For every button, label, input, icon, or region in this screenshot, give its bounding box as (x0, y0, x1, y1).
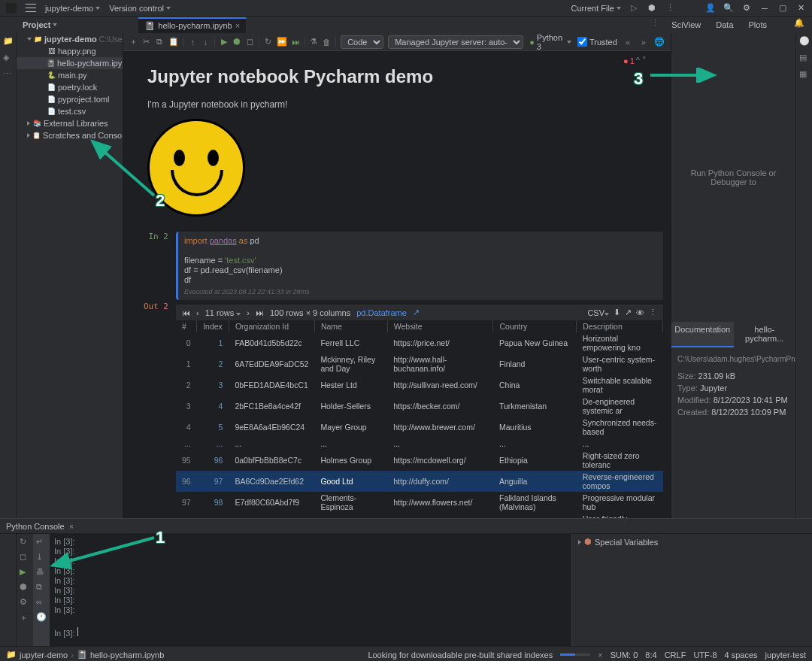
run-all-icon[interactable]: ⏩ (277, 37, 287, 47)
settings-icon[interactable]: ⚙ (741, 3, 752, 14)
tree-root[interactable]: jupyter-demo (44, 35, 97, 44)
df-more-icon[interactable]: ⋮ (649, 308, 657, 317)
tree-file[interactable]: 📄poetry.lock (17, 81, 123, 93)
stop-icon[interactable]: ◻ (245, 37, 253, 47)
trusted-badge[interactable]: Trusted (577, 37, 617, 47)
table-header[interactable]: Index (197, 320, 229, 332)
kernel-badge[interactable]: ●Python 3 (529, 33, 571, 51)
account-icon[interactable]: 👤 (705, 3, 716, 14)
run-config-dropdown[interactable]: Current File (571, 4, 621, 13)
project-tree[interactable]: 📁jupyter-demo C:\Users\ada... 🖼happy.png… (17, 33, 123, 518)
project-dropdown[interactable]: jupyter-demo (45, 4, 100, 13)
print-icon[interactable]: 🖶 (36, 567, 47, 578)
tab-plots[interactable]: Plots (746, 18, 770, 32)
close-tab-icon[interactable]: × (235, 21, 240, 30)
table-header[interactable]: Name (314, 320, 387, 332)
view-icon[interactable]: 👁 (636, 308, 644, 317)
table-row[interactable]: ..................... (176, 438, 663, 450)
tree-file[interactable]: 📄test.csv (17, 105, 123, 117)
table-header[interactable]: Description (577, 320, 663, 332)
scroll-end-icon[interactable]: ⤓ (36, 552, 47, 562)
editor-tab[interactable]: 📓 hello-pycharm.ipynb × (138, 17, 247, 33)
project-toolwindow-label[interactable]: Project (17, 20, 63, 29)
open-external-icon[interactable]: ↗ (625, 308, 632, 317)
table-row[interactable]: 01FAB0d41d5b5d22cFerrell LLChttps://pric… (176, 332, 663, 353)
tree-file[interactable]: 🐍main.py (17, 69, 123, 81)
attach-debugger-icon[interactable]: ⬢ (20, 582, 30, 593)
table-header[interactable]: Website (387, 320, 493, 332)
pager-last-icon[interactable]: ⏭ (256, 308, 264, 317)
table-row[interactable]: 230bFED1ADAE4bcC1Hester Ltdhttp://sulliv… (176, 374, 663, 396)
rerun-icon[interactable]: ↻ (20, 537, 30, 547)
tab-data[interactable]: Data (713, 18, 736, 32)
status-interpreter[interactable]: jupyter-test (765, 650, 806, 659)
tree-file[interactable]: 🖼happy.png (17, 45, 123, 57)
status-line-ending[interactable]: CRLF (665, 650, 686, 659)
download-icon[interactable]: ⬇ (614, 308, 620, 317)
minimize-icon[interactable]: ─ (759, 3, 770, 14)
move-down-icon[interactable]: ↓ (201, 37, 210, 47)
status-encoding[interactable]: UTF-8 (693, 650, 717, 659)
tab-documentation[interactable]: Documentation (671, 322, 734, 347)
run-cell-icon[interactable]: ▶ (220, 37, 228, 47)
server-select[interactable]: Managed Jupyter server: auto-start (388, 35, 523, 49)
special-variables[interactable]: ⬢ Special Variables (578, 537, 806, 547)
dataframe-table[interactable]: #IndexOrganization IdNameWebsiteCountryD… (176, 320, 663, 518)
notifications-tw-icon[interactable]: ⚪ (799, 36, 810, 47)
paste-cell-icon[interactable]: 📋 (168, 37, 179, 47)
run-icon[interactable]: ▷ (629, 3, 639, 14)
clear-outputs-icon[interactable]: ⚗ (310, 37, 318, 47)
tree-ext-libs[interactable]: External Libraries (44, 119, 108, 128)
table-header[interactable]: Country (493, 320, 577, 332)
cut-cell-icon[interactable]: ✂ (142, 37, 150, 47)
export-csv[interactable]: CSV (587, 308, 609, 317)
console-history[interactable]: In [3]:In [3]:In [3]:In [3]:In [3]:In [3… (50, 534, 571, 646)
console-title[interactable]: Python Console (6, 522, 65, 531)
close-status-icon[interactable]: × (598, 650, 602, 659)
table-row[interactable]: 9697BA6Cd9Dae2Efd62Good Ltdhttp://duffy.… (176, 471, 663, 492)
run-above-icon[interactable]: ⏭ (292, 37, 300, 47)
breadcrumb[interactable]: 📁jupyter-demo › 📓hello-pycharm.ipynb (6, 650, 164, 659)
close-window-icon[interactable]: ✕ (795, 3, 806, 14)
expand-icon[interactable]: » (638, 37, 648, 47)
table-row[interactable]: 9899AFc285dbE2fEd24Mendez Inchttps://www… (176, 513, 663, 518)
main-menu-icon[interactable] (26, 3, 36, 14)
table-header[interactable]: # (176, 320, 197, 332)
run-console-icon[interactable]: ▶ (20, 567, 30, 578)
delete-cell-icon[interactable]: 🗑 (323, 37, 331, 47)
table-header[interactable]: Organization Id (229, 320, 314, 332)
new-console-icon[interactable]: ＋ (20, 612, 30, 623)
pager-prev-icon[interactable]: ‹ (196, 308, 199, 317)
stop-console-icon[interactable]: ◻ (20, 552, 30, 562)
table-row[interactable]: 459eE8A6a4Eb96C24Mayer Grouphttp://www.b… (176, 417, 663, 438)
code-cell[interactable]: import pandas as pd filename = 'test.csv… (176, 232, 663, 300)
cell-type-select[interactable]: Code (341, 35, 383, 49)
tree-file[interactable]: 📓hello-pycharm.ipynb (17, 57, 123, 69)
soft-wrap-icon[interactable]: ↵ (36, 537, 47, 547)
sciview-tw-icon[interactable]: ▦ (799, 69, 810, 80)
editor-more-icon[interactable]: ⋮ (651, 18, 659, 32)
copy-cell-icon[interactable]: ⧉ (156, 37, 164, 47)
project-tw-icon[interactable]: 📁 (3, 36, 14, 47)
close-console-icon[interactable]: × (69, 522, 74, 531)
version-control-dropdown[interactable]: Version control (109, 4, 171, 13)
more-icon[interactable]: ⋮ (665, 3, 675, 14)
notifications-icon[interactable]: 🔔 (794, 18, 804, 32)
trusted-checkbox[interactable] (577, 37, 587, 47)
database-tw-icon[interactable]: ▤ (799, 53, 810, 63)
tree-scratches[interactable]: Scratches and Consoles (43, 131, 123, 140)
history-browse-icon[interactable]: ⧉ (36, 582, 47, 593)
pager-first-icon[interactable]: ⏮ (182, 308, 190, 317)
commit-tw-icon[interactable]: ◈ (3, 53, 14, 63)
status-position[interactable]: 8:4 (645, 650, 656, 659)
add-cell-icon[interactable]: ＋ (129, 37, 138, 47)
tab-sciview[interactable]: SciView (668, 18, 704, 32)
tab-file[interactable]: hello-pycharm... (734, 322, 796, 347)
clock-icon[interactable]: 🕐 (36, 612, 47, 623)
table-row[interactable]: 95960a0bfFbBbB8eC7cHolmes Grouphttps://m… (176, 450, 663, 471)
move-up-icon[interactable]: ↑ (189, 37, 197, 47)
status-indent[interactable]: 4 spaces (725, 650, 758, 659)
search-icon[interactable]: 🔍 (723, 3, 734, 14)
pager-rows[interactable]: 11 rows (205, 308, 241, 317)
error-badge[interactable]: ● 1 ^ ˅ (623, 56, 647, 65)
